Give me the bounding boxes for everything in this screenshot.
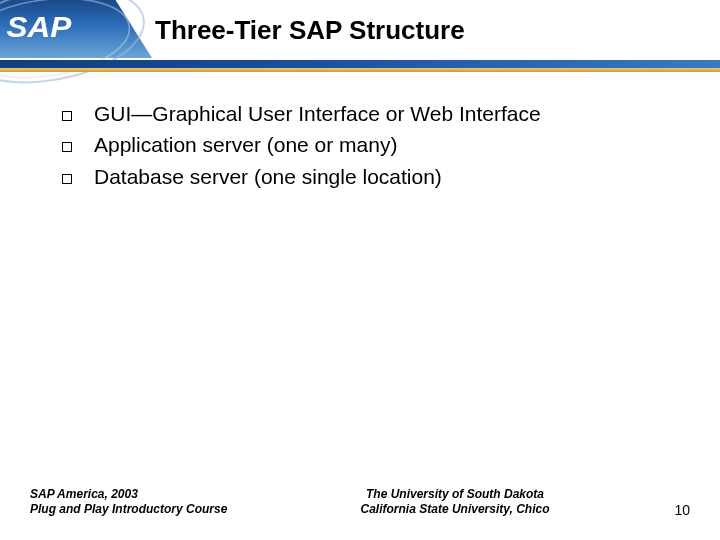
square-bullet-icon — [62, 174, 72, 184]
square-bullet-icon — [62, 142, 72, 152]
list-item: GUI—Graphical User Interface or Web Inte… — [62, 100, 680, 127]
list-item: Application server (one or many) — [62, 131, 680, 158]
footer-center: The University of South Dakota Californi… — [280, 487, 630, 518]
bullet-text: Application server (one or many) — [94, 131, 397, 158]
footer-left-line2: Plug and Play Introductory Course — [30, 502, 280, 518]
header-gold-bar — [0, 68, 720, 72]
slide-header: SAP Three-Tier SAP Structure — [0, 0, 720, 82]
footer-left: SAP America, 2003 Plug and Play Introduc… — [30, 487, 280, 518]
footer-center-line1: The University of South Dakota — [280, 487, 630, 503]
sap-logo-text: SAP — [6, 10, 71, 44]
bullet-text: Database server (one single location) — [94, 163, 442, 190]
sap-logo: SAP — [0, 0, 152, 58]
slide-title: Three-Tier SAP Structure — [155, 15, 465, 46]
slide-footer: SAP America, 2003 Plug and Play Introduc… — [30, 487, 690, 518]
square-bullet-icon — [62, 111, 72, 121]
header-blue-bar — [0, 60, 720, 68]
slide-body: GUI—Graphical User Interface or Web Inte… — [62, 100, 680, 194]
footer-center-line2: California State University, Chico — [280, 502, 630, 518]
list-item: Database server (one single location) — [62, 163, 680, 190]
footer-left-line1: SAP America, 2003 — [30, 487, 280, 503]
bullet-text: GUI—Graphical User Interface or Web Inte… — [94, 100, 541, 127]
page-number: 10 — [630, 502, 690, 518]
